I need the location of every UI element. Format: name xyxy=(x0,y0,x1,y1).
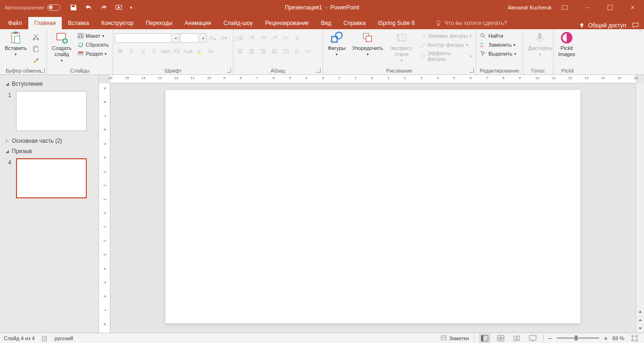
prev-slide-icon[interactable]: ⏶ xyxy=(636,316,644,324)
decrease-font-button[interactable]: A▾ xyxy=(219,33,229,43)
sorter-view-icon[interactable] xyxy=(495,334,506,343)
tab-file[interactable]: Файл xyxy=(2,17,28,29)
decrease-indent-button[interactable] xyxy=(258,33,268,43)
tab-home[interactable]: Главная xyxy=(28,17,62,29)
minimize-icon[interactable]: ─ xyxy=(578,0,597,15)
maximize-icon[interactable] xyxy=(601,0,619,15)
font-name-input[interactable] xyxy=(115,33,172,43)
bold-button[interactable]: Ж xyxy=(115,46,125,57)
paste-button[interactable]: Вставить ▾ xyxy=(2,30,30,58)
tab-animation[interactable]: Анимация xyxy=(179,17,217,29)
highlight-button[interactable] xyxy=(194,46,205,57)
reset-button[interactable]: Сбросить xyxy=(75,41,111,49)
reading-view-icon[interactable] xyxy=(511,334,522,343)
new-slide-button[interactable]: Создать слайд ▾ xyxy=(49,30,74,64)
pickit-images-button[interactable]: Pickit Images xyxy=(555,30,578,58)
slide-thumbnail[interactable] xyxy=(16,91,87,131)
text-direction-button[interactable]: ⇅ xyxy=(292,33,302,43)
save-icon[interactable] xyxy=(70,4,77,11)
canvas-viewport[interactable] xyxy=(110,83,636,333)
dictate-button[interactable]: Диктофон▾ xyxy=(525,30,555,58)
section-cta[interactable]: ◢Призыв xyxy=(6,146,93,156)
autosave-toggle[interactable]: Автосохранение xyxy=(5,4,60,11)
normal-view-icon[interactable] xyxy=(479,334,490,343)
replace-button[interactable]: abacЗаменить▾ xyxy=(478,41,518,49)
shapes-button[interactable]: Фигуры▾ xyxy=(325,30,348,58)
slideshow-view-icon[interactable] xyxy=(527,334,538,343)
language-indicator[interactable]: русский xyxy=(55,335,73,341)
tab-view[interactable]: Вид xyxy=(315,17,338,29)
shape-outline-button[interactable]: Контур фигуры▾ xyxy=(418,41,474,49)
format-painter-button[interactable] xyxy=(31,56,41,66)
tab-transitions[interactable]: Переходы xyxy=(140,17,178,29)
spellcheck-icon[interactable] xyxy=(41,335,48,342)
slide-thumb-4[interactable]: 4 xyxy=(6,158,93,198)
tab-slideshow[interactable]: Слайд-шоу xyxy=(217,17,259,29)
increase-indent-button[interactable] xyxy=(269,33,280,43)
shadow-button[interactable]: S xyxy=(149,46,159,57)
zoom-slider[interactable] xyxy=(557,337,599,339)
section-main[interactable]: ▷Основная часть (2) xyxy=(6,136,93,146)
underline-button[interactable]: Ч xyxy=(138,46,148,57)
tab-review[interactable]: Рецензирование xyxy=(259,17,315,29)
shape-effects-button[interactable]: Эффекты фигуры▾ xyxy=(418,50,474,62)
char-spacing-button[interactable]: AV xyxy=(172,46,182,57)
ribbon-display-icon[interactable] xyxy=(555,0,574,15)
find-button[interactable]: Найти xyxy=(478,32,518,40)
comments-icon[interactable] xyxy=(632,22,639,29)
quick-styles-button[interactable]: Экспресс- стили▾ xyxy=(387,30,416,64)
close-icon[interactable]: ✕ xyxy=(623,0,642,15)
slide-thumb-1[interactable]: 1 xyxy=(6,91,93,131)
slide-counter[interactable]: Слайд 4 из 4 xyxy=(4,335,35,341)
increase-font-button[interactable]: A▴ xyxy=(207,33,218,43)
align-left-button[interactable] xyxy=(235,46,246,57)
fit-to-window-icon[interactable] xyxy=(629,334,640,343)
font-color-button[interactable]: A▾ xyxy=(206,46,216,57)
tab-help[interactable]: Справка xyxy=(337,17,372,29)
section-intro[interactable]: ◢Вступление xyxy=(6,79,93,89)
collapse-ribbon-icon[interactable]: ⌃ xyxy=(638,29,642,34)
section-button[interactable]: Раздел▾ xyxy=(75,50,111,57)
numbering-button[interactable]: 12 xyxy=(247,33,257,43)
line-spacing-button[interactable] xyxy=(281,33,291,43)
justify-button[interactable] xyxy=(269,46,280,57)
tab-insert[interactable]: Вставка xyxy=(62,17,95,29)
tab-design[interactable]: Конструктор xyxy=(95,17,140,29)
vertical-ruler[interactable]: 9876543210123456789 xyxy=(99,83,110,333)
notes-button[interactable]: Заметки xyxy=(440,335,469,342)
user-name[interactable]: Alexandr Kucheruk xyxy=(508,5,552,10)
align-center-button[interactable] xyxy=(247,46,257,57)
start-from-beginning-icon[interactable] xyxy=(115,4,123,11)
tell-me-search[interactable]: Что вы хотите сделать? xyxy=(435,17,507,29)
scroll-up-icon[interactable]: ▲ xyxy=(636,307,644,316)
align-text-button[interactable]: ⊟ xyxy=(292,46,302,57)
undo-icon[interactable] xyxy=(85,4,92,11)
columns-button[interactable] xyxy=(281,46,291,57)
qat-customize-icon[interactable]: ▾ xyxy=(130,5,132,10)
zoom-level[interactable]: 69 % xyxy=(612,335,624,341)
font-size-dropdown[interactable]: ▾ xyxy=(200,33,206,43)
layout-button[interactable]: Макет▾ xyxy=(75,32,111,40)
bullets-button[interactable] xyxy=(235,33,246,43)
strikethrough-button[interactable]: abc xyxy=(160,46,171,57)
change-case-button[interactable]: Aa▾ xyxy=(183,46,193,57)
slide-panel[interactable]: ◢Вступление 1 ▷Основная часть (2) ◢Призы… xyxy=(0,75,99,333)
zoom-out-button[interactable]: − xyxy=(548,335,552,342)
arrange-button[interactable]: Упорядочить▾ xyxy=(349,30,386,58)
smartart-button[interactable] xyxy=(303,46,314,57)
zoom-in-button[interactable]: + xyxy=(604,335,608,342)
share-button[interactable]: Общий доступ xyxy=(578,22,626,29)
vertical-scrollbar[interactable]: ▲ ⏶ ⏷ xyxy=(636,83,644,333)
slide-canvas[interactable] xyxy=(165,90,580,323)
align-right-button[interactable] xyxy=(258,46,268,57)
italic-button[interactable]: К xyxy=(126,46,137,57)
tab-ispring[interactable]: iSpring Suite 8 xyxy=(372,17,421,29)
next-slide-icon[interactable]: ⏷ xyxy=(636,324,644,333)
cut-button[interactable] xyxy=(31,32,41,42)
redo-icon[interactable] xyxy=(100,4,107,11)
font-name-dropdown[interactable]: ▾ xyxy=(173,33,179,43)
copy-button[interactable] xyxy=(31,44,41,54)
select-button[interactable]: Выделить▾ xyxy=(478,50,518,57)
slide-thumbnail-selected[interactable] xyxy=(16,158,87,198)
shape-fill-button[interactable]: Заливка фигуры▾ xyxy=(418,32,474,40)
